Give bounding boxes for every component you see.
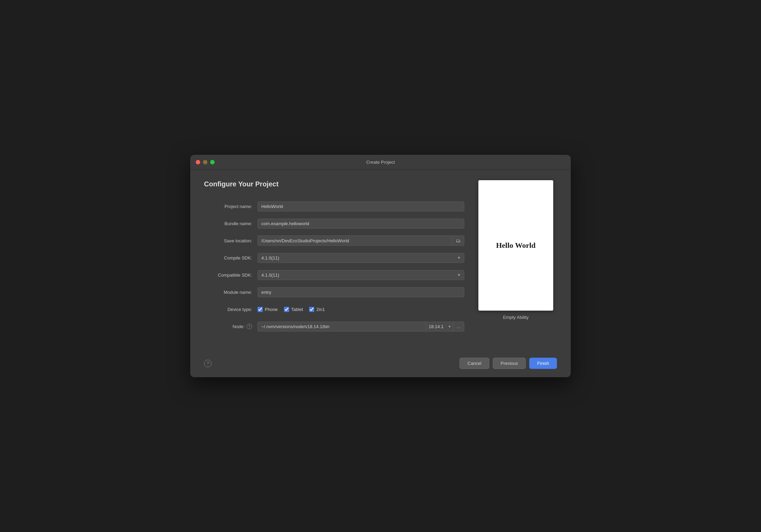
maximize-button[interactable] [210, 160, 215, 164]
phone-label: Phone [265, 307, 278, 312]
tablet-checkbox-item[interactable]: Tablet [284, 307, 303, 312]
form-area: Project name: Bundle name: Save location… [204, 198, 464, 335]
compatible-sdk-label: Compatible SDK: [204, 273, 252, 278]
right-panel: Hello World Empty Ability [475, 180, 557, 335]
twoin1-checkbox-item[interactable]: 2in1 [309, 307, 325, 312]
tablet-checkbox[interactable] [284, 307, 289, 312]
node-help-icon[interactable]: ? [247, 324, 252, 329]
title-bar: Create Project [190, 155, 571, 170]
main-window: Create Project Configure Your Project Pr… [190, 155, 571, 377]
compatible-sdk-wrapper: 4.1.0(11) ▼ [258, 270, 464, 280]
node-input-group: 18.14.1 ▼ ... [258, 322, 464, 332]
compatible-sdk-select[interactable]: 4.1.0(11) [258, 270, 464, 280]
page-title: Configure Your Project [204, 180, 464, 188]
previous-button[interactable]: Previous [493, 358, 526, 369]
save-location-row: Save location: 🗂 [204, 232, 464, 249]
compile-sdk-wrapper: 4.1.0(11) ▼ [258, 253, 464, 263]
project-name-input[interactable] [258, 201, 464, 211]
module-name-row: Module name: [204, 284, 464, 301]
compile-sdk-row: Compile SDK: 4.1.0(11) ▼ [204, 249, 464, 266]
cancel-button[interactable]: Cancel [459, 358, 489, 369]
help-question-icon: ? [206, 361, 209, 366]
bundle-name-input[interactable] [258, 219, 464, 229]
node-label: Node: [232, 324, 245, 329]
project-name-label: Project name: [204, 204, 252, 209]
bundle-name-row: Bundle name: [204, 215, 464, 232]
footer-help-icon[interactable]: ? [204, 360, 212, 367]
template-name-label: Empty Ability [503, 315, 529, 320]
device-type-group: Phone Tablet 2in1 [258, 307, 464, 312]
twoin1-label: 2in1 [316, 307, 325, 312]
tablet-label: Tablet [291, 307, 303, 312]
node-version-select[interactable]: 18.14.1 [426, 322, 453, 332]
bundle-name-label: Bundle name: [204, 221, 252, 226]
footer: ? Cancel Previous Finish [190, 352, 571, 377]
node-version-wrapper: 18.14.1 ▼ [426, 322, 453, 332]
save-location-group: 🗂 [258, 235, 464, 246]
phone-checkbox[interactable] [258, 307, 263, 312]
compile-sdk-select[interactable]: 4.1.0(11) [258, 253, 464, 263]
close-button[interactable] [196, 160, 200, 164]
preview-hello-world: Hello World [496, 241, 535, 250]
compile-sdk-label: Compile SDK: [204, 255, 252, 261]
minimize-button[interactable] [203, 160, 207, 164]
node-label-group: Node: ? [204, 324, 252, 329]
footer-buttons: Cancel Previous Finish [459, 358, 557, 369]
finish-button[interactable]: Finish [529, 358, 557, 369]
device-type-row: Device type: Phone Tablet 2in1 [204, 301, 464, 318]
module-name-label: Module name: [204, 290, 252, 295]
phone-preview: Hello World [478, 180, 553, 311]
content-area: Configure Your Project Project name: Bun… [190, 170, 571, 345]
save-location-label: Save location: [204, 238, 252, 243]
compatible-sdk-row: Compatible SDK: 4.1.0(11) ▼ [204, 266, 464, 284]
node-row: Node: ? 18.14.1 ▼ ... [204, 318, 464, 335]
window-title: Create Project [366, 160, 395, 165]
save-location-input[interactable] [258, 235, 452, 246]
device-type-label: Device type: [204, 307, 252, 312]
project-name-row: Project name: [204, 198, 464, 215]
browse-folder-button[interactable]: 🗂 [452, 235, 464, 246]
traffic-lights [196, 160, 215, 164]
phone-checkbox-item[interactable]: Phone [258, 307, 278, 312]
node-browse-button[interactable]: ... [453, 322, 464, 332]
folder-icon: 🗂 [456, 238, 461, 243]
question-mark-icon: ? [248, 324, 250, 328]
module-name-input[interactable] [258, 287, 464, 297]
left-panel: Configure Your Project Project name: Bun… [204, 180, 464, 335]
twoin1-checkbox[interactable] [309, 307, 314, 312]
node-path-input[interactable] [258, 322, 426, 332]
